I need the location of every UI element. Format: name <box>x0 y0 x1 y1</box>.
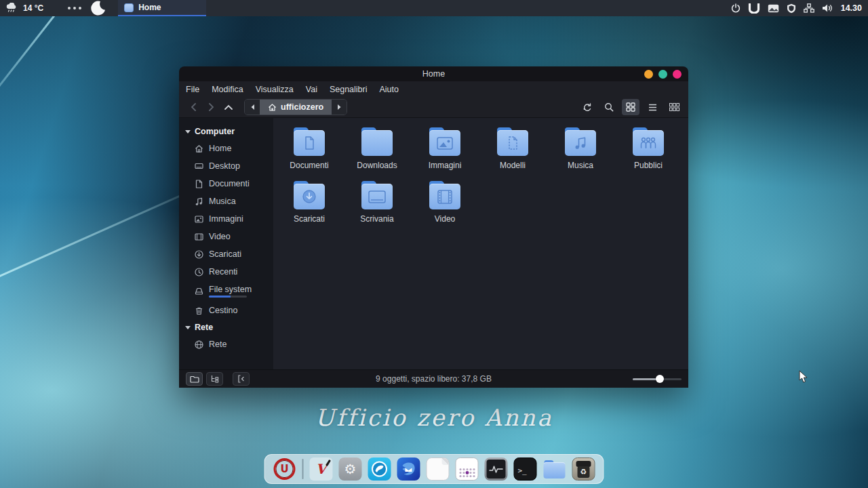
file-item-documenti[interactable]: Documenti <box>275 127 343 170</box>
ufficiozero-logo-icon[interactable] <box>748 3 760 14</box>
sidebar-item-scaricati[interactable]: Scaricati <box>179 245 273 263</box>
sidebar-section-computer[interactable]: Computer <box>179 123 273 140</box>
menu-file[interactable]: File <box>186 85 199 94</box>
sidebar-item-label: Rete <box>209 340 226 349</box>
menu-visualizza[interactable]: Visualizza <box>256 85 294 94</box>
sidebar-item-documenti[interactable]: Documenti <box>179 175 273 192</box>
sidebar: Computer Home Desktop <box>179 118 273 369</box>
maximize-button[interactable] <box>658 70 667 79</box>
shield-icon[interactable] <box>787 3 796 14</box>
sidebar-item-desktop[interactable]: Desktop <box>179 157 273 175</box>
breadcrumb-next-icon[interactable] <box>332 100 347 115</box>
thunderbird-mail-icon[interactable] <box>397 458 420 481</box>
treeview-icon[interactable] <box>206 372 223 386</box>
sidebar-section-label: Rete <box>195 323 213 332</box>
sidebar-item-cestino[interactable]: Cestino <box>179 302 273 319</box>
sidebar-item-immagini[interactable]: Immagini <box>179 210 273 228</box>
system-monitor-icon[interactable] <box>485 458 508 481</box>
file-item-modelli[interactable]: Modelli <box>479 127 547 170</box>
v-pen-app-icon[interactable]: V <box>310 458 333 481</box>
sidebar-item-video[interactable]: Video <box>179 228 273 245</box>
minimize-button[interactable] <box>644 70 653 79</box>
sidebar-item-label: Desktop <box>209 161 240 171</box>
file-label: Scrivania <box>360 214 393 224</box>
grid-view-icon[interactable] <box>622 99 639 115</box>
sidebar-section-label: Computer <box>195 127 235 136</box>
dock: U V ⚙ <box>264 454 604 484</box>
file-manager-icon[interactable] <box>543 458 566 481</box>
file-item-downloads[interactable]: Downloads <box>343 127 411 170</box>
hide-sidebar-icon[interactable] <box>233 372 250 386</box>
sidebar-section-rete[interactable]: Rete <box>179 319 273 336</box>
places-icon[interactable] <box>186 372 203 386</box>
taskbar-item-home[interactable]: Home <box>118 0 206 16</box>
close-button[interactable] <box>673 70 682 79</box>
power-icon[interactable] <box>731 3 741 13</box>
breadcrumb-segment-home[interactable]: ufficiozero <box>260 100 332 115</box>
menu-modifica[interactable]: Modifica <box>212 85 243 94</box>
window-titlebar[interactable]: Home <box>179 66 688 81</box>
weather-temperature[interactable]: 14 °C <box>23 3 43 13</box>
ufficiozero-menu-icon[interactable]: U <box>273 458 296 481</box>
folder-icon <box>360 127 394 156</box>
forward-icon[interactable] <box>202 99 220 115</box>
list-view-icon[interactable] <box>644 99 661 115</box>
volume-icon[interactable] <box>822 3 833 13</box>
up-icon[interactable] <box>220 99 237 115</box>
wallpaper-icon[interactable] <box>768 4 779 13</box>
panel-clock[interactable]: 14.30 <box>841 3 862 13</box>
statusbar: 9 oggetti, spazio libero: 37,8 GB <box>179 369 688 388</box>
wallpaper-streak <box>0 0 83 151</box>
clock-icon <box>195 268 203 277</box>
breadcrumb: ufficiozero <box>244 99 347 115</box>
file-item-scaricati[interactable]: Scaricati <box>275 181 343 224</box>
librewolf-browser-icon[interactable] <box>368 458 391 481</box>
file-view[interactable]: Documenti Downloads Immagini Modell <box>273 118 688 369</box>
text-editor-icon[interactable] <box>427 458 450 481</box>
zoom-slider-knob[interactable] <box>656 375 664 383</box>
document-icon <box>195 180 203 188</box>
zoom-slider[interactable] <box>633 374 682 384</box>
file-item-musica[interactable]: Musica <box>547 127 614 170</box>
network-icon[interactable] <box>804 3 814 13</box>
home-icon <box>195 144 203 153</box>
sidebar-item-rete[interactable]: Rete <box>179 336 273 353</box>
dock-separator <box>302 459 304 479</box>
calendar-icon[interactable] <box>456 458 479 481</box>
chevron-down-icon <box>185 326 191 329</box>
panel-menu-dots[interactable] <box>68 7 81 9</box>
folder-public-icon <box>631 127 665 156</box>
sidebar-item-musica[interactable]: Musica <box>179 192 273 210</box>
rain-cloud-icon[interactable] <box>5 3 19 14</box>
back-icon[interactable] <box>184 99 202 115</box>
menu-segnalibri[interactable]: Segnalibri <box>330 85 368 94</box>
terminal-icon[interactable]: >_ <box>514 458 537 481</box>
sidebar-item-file-system[interactable]: File system <box>179 281 273 302</box>
file-item-immagini[interactable]: Immagini <box>411 127 479 170</box>
file-label: Video <box>435 214 455 224</box>
file-item-scrivania[interactable]: Scrivania <box>343 181 411 224</box>
folder-downloads-icon <box>292 181 326 209</box>
file-item-pubblici[interactable]: Pubblici <box>614 127 682 170</box>
compact-view-icon[interactable] <box>665 99 683 115</box>
menu-aiuto[interactable]: Aiuto <box>380 85 399 94</box>
image-icon <box>195 215 203 224</box>
sidebar-item-label: Documenti <box>209 179 250 188</box>
sidebar-item-recenti[interactable]: Recenti <box>179 263 273 281</box>
moon-icon[interactable] <box>91 1 106 16</box>
drive-icon <box>195 287 203 296</box>
settings-gear-icon[interactable]: ⚙ <box>339 458 362 481</box>
file-label: Documenti <box>290 161 328 170</box>
breadcrumb-prev-icon[interactable] <box>245 100 260 115</box>
trash-bin-icon[interactable]: ♻ <box>572 458 595 481</box>
file-label: Scaricati <box>294 214 325 224</box>
refresh-icon[interactable] <box>578 99 596 115</box>
sidebar-item-home[interactable]: Home <box>179 140 273 157</box>
file-item-video[interactable]: Video <box>411 181 479 224</box>
trash-icon <box>195 306 203 315</box>
folder-videos-icon <box>428 181 462 209</box>
file-label: Immagini <box>429 161 462 170</box>
search-icon[interactable] <box>600 99 618 115</box>
menubar: File Modifica Visualizza Vai Segnalibri … <box>179 81 688 97</box>
menu-vai[interactable]: Vai <box>306 85 317 94</box>
